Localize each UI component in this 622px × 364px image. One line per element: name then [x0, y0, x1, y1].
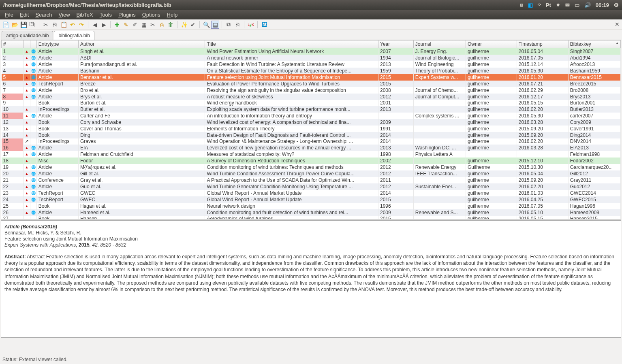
teamviewer-icon[interactable]: ◧	[528, 2, 533, 8]
pdf-icon[interactable]: ▲	[25, 69, 28, 73]
edit-entry-icon[interactable]: ✎	[122, 21, 130, 29]
table-row[interactable]: 18▲MiscFodorA Survey of Dimension Reduct…	[2, 158, 621, 164]
table-row[interactable]: 13▲BookCover and ThomasElements of Infor…	[2, 126, 621, 132]
tab-bibliografia[interactable]: bibliografia.bib	[54, 31, 94, 40]
pdf-icon[interactable]: ▲	[25, 107, 28, 111]
pdf-icon[interactable]: ▲	[25, 191, 28, 195]
pdf-icon[interactable]: ▲	[25, 127, 28, 131]
menu-view[interactable]: View	[56, 11, 73, 19]
globe-icon[interactable]: 🌐	[31, 75, 36, 79]
table-row[interactable]: 15↗InProceedingsGravesWind Operation \& …	[2, 138, 621, 145]
search-icon[interactable]: 🔍	[202, 21, 210, 29]
table-row[interactable]: 26▲🌐ArticleHameed et al.Condition monito…	[2, 209, 621, 216]
globe-icon[interactable]: 🌐	[31, 146, 36, 150]
pdf-icon[interactable]: ▲	[25, 95, 28, 99]
table-row[interactable]: 10▲InProceedingsButler et al.Exploiting …	[2, 106, 621, 113]
table-row[interactable]: 7▲🌐ArticleBro et al.Resolving the sign a…	[2, 87, 621, 94]
wifi-icon[interactable]: ⌔	[538, 2, 541, 8]
copy-cite-icon[interactable]: ⎘	[233, 21, 242, 29]
preview-icon[interactable]: ▤	[211, 21, 219, 29]
globe-icon[interactable]: 🌐	[31, 82, 36, 86]
table-row[interactable]: 8▲🌐ArticleBrys et al.A robust measure of…	[2, 94, 621, 100]
globe-icon[interactable]: 🌐	[31, 49, 36, 53]
table-row[interactable]: 24▲🌐TechReportGWECGlobal Wind Report - A…	[2, 196, 621, 203]
col-link[interactable]	[30, 40, 36, 48]
col-entrytype[interactable]: Entrytype	[36, 40, 78, 48]
table-row[interactable]: 17▲🌐ArticleFeldman and CrutchfieldMeasur…	[2, 151, 621, 158]
globe-icon[interactable]: 🌐	[31, 114, 36, 118]
globe-icon[interactable]: 🌐	[31, 191, 36, 195]
new-file-icon[interactable]: 📄	[2, 21, 10, 29]
pdf-icon[interactable]: ▲	[25, 185, 28, 189]
nav-back-icon[interactable]: ◀	[91, 21, 99, 29]
paste-entry-icon[interactable]: ⎙	[158, 21, 166, 29]
menu-file[interactable]: File	[2, 11, 17, 19]
pdf-icon[interactable]: ▲	[25, 88, 28, 92]
mail-icon[interactable]: ✉	[565, 2, 570, 8]
table-row[interactable]: 27BookHansenAerodynamics of wind turbine…	[2, 216, 621, 219]
pdf-icon[interactable]: ▲	[25, 198, 28, 202]
globe-icon[interactable]: 🌐	[31, 185, 36, 189]
table-row[interactable]: 22▲🌐ArticleGuo et al.Wind Turbine Genera…	[2, 183, 621, 190]
globe-icon[interactable]: 🌐	[31, 198, 36, 202]
toolbar-close-icon[interactable]: ✕	[615, 21, 620, 28]
keyboard-layout[interactable]: Pt	[546, 2, 551, 8]
col-owner[interactable]: Owner	[466, 40, 517, 48]
external-icon[interactable]: ↗	[25, 138, 29, 144]
table-row[interactable]: 14▲BookDingData-driven Design of Fault D…	[2, 132, 621, 138]
pdf-icon[interactable]: ▲	[25, 172, 28, 176]
table-row[interactable]: 2▲🌐ArticleABDIA neural network primer199…	[2, 55, 621, 61]
table-row[interactable]: 4▲🌐ArticleBasharinOn a Statistical Estim…	[2, 68, 621, 74]
pdf-icon[interactable]: ▲	[25, 211, 28, 215]
add-entry-icon[interactable]: ✚	[113, 21, 121, 29]
globe-icon[interactable]: 🌐	[31, 56, 36, 60]
pdf-icon[interactable]: ▲	[25, 62, 28, 66]
table-row[interactable]: 19▲🌐ArticleM{\'a}rquez et al.Condition m…	[2, 164, 621, 170]
col-year[interactable]: Year	[378, 40, 413, 48]
pdf-icon[interactable]: ▲	[25, 159, 28, 163]
delete-entry-icon[interactable]: ✂	[149, 21, 157, 29]
menu-plugins[interactable]: Plugins	[115, 11, 139, 19]
mark-icon[interactable]: ✨	[180, 21, 188, 29]
menu-edit[interactable]: Edit	[17, 11, 32, 19]
save-all-icon[interactable]: ⿻	[28, 21, 36, 29]
pdf-icon[interactable]: ▲	[25, 49, 28, 53]
pdf-icon[interactable]: ▲	[25, 56, 28, 60]
pdf-icon[interactable]: ▲	[25, 178, 28, 182]
menu-bibtex[interactable]: BibTeX	[73, 11, 96, 19]
pdf-icon[interactable]: ▲	[25, 75, 28, 79]
edit-preamble-icon[interactable]: ▦	[140, 21, 148, 29]
table-row[interactable]: 9BookBurton et al.Wind energy handbook20…	[2, 100, 621, 106]
settings-gear-icon[interactable]: ⚙	[614, 2, 619, 8]
menu-tools[interactable]: Tools	[96, 11, 115, 19]
pdf-icon[interactable]: ▲	[25, 133, 28, 137]
paste-icon[interactable]: 📋	[60, 21, 68, 29]
pdf-icon[interactable]: ▲	[25, 152, 28, 156]
table-row[interactable]: 20▲🌐ArticleGill et al.Wind Turbine Condi…	[2, 170, 621, 177]
pdf-icon[interactable]: ▲	[25, 120, 28, 124]
nav-forward-icon[interactable]: ▶	[100, 21, 108, 29]
delete-icon[interactable]: 🗑	[167, 21, 175, 29]
table-row[interactable]: 25▲BookHagan et al.Neural network design…	[2, 203, 621, 209]
edit-strings-icon[interactable]: ✐	[131, 21, 139, 29]
table-row[interactable]: 16▲🌐ArticleEIALevelized cost of new gene…	[2, 145, 621, 151]
globe-icon[interactable]: 🌐	[31, 152, 36, 156]
table-row[interactable]: 6▲🌐TechReportBreezeEvaluation of Power P…	[2, 81, 621, 87]
globe-icon[interactable]: 🌐	[31, 88, 36, 92]
globe-icon[interactable]: 🌐	[31, 62, 36, 66]
clock[interactable]: 06:19	[596, 2, 609, 8]
lyx-icon[interactable]: LyX	[247, 21, 255, 29]
cut-icon[interactable]: ✂	[42, 21, 50, 29]
open-file-icon[interactable]: 📂	[11, 21, 19, 29]
undo-icon[interactable]: ↶	[68, 21, 77, 29]
unmark-icon[interactable]: ✔	[189, 21, 197, 29]
volume-icon[interactable]: 🔊	[584, 2, 591, 8]
col-num[interactable]: #	[2, 40, 24, 48]
menu-help[interactable]: Help	[164, 11, 181, 19]
battery-icon[interactable]: ▭	[575, 2, 579, 8]
menu-options[interactable]: Options	[139, 11, 164, 19]
dropbox-icon[interactable]: ⧈	[520, 2, 523, 8]
col-author[interactable]: Author	[78, 40, 205, 48]
col-journal[interactable]: Journal	[413, 40, 466, 48]
globe-icon[interactable]: 🌐	[31, 172, 36, 176]
